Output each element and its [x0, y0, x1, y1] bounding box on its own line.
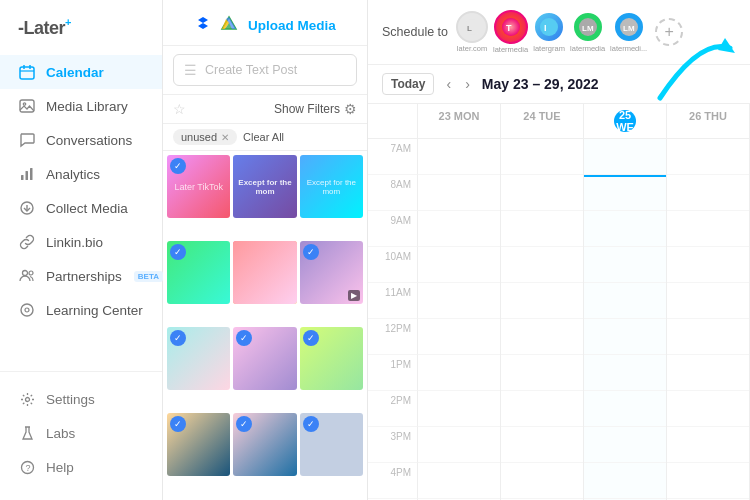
cell[interactable] — [667, 319, 749, 355]
upload-media-button[interactable]: Upload Media — [248, 18, 336, 33]
cell[interactable] — [501, 139, 583, 175]
cell[interactable] — [418, 427, 500, 463]
cell[interactable] — [501, 283, 583, 319]
add-account-button[interactable]: + — [655, 18, 683, 46]
svg-point-12 — [29, 271, 33, 275]
avatar-laterdotcom[interactable]: L later.com — [456, 11, 488, 53]
cell[interactable] — [667, 427, 749, 463]
photo-icon — [18, 97, 36, 115]
sidebar-item-help[interactable]: ? Help — [0, 450, 162, 484]
logo-text: -Later+ — [18, 16, 71, 39]
tag-remove-button[interactable]: ✕ — [221, 132, 229, 143]
unused-tag: unused ✕ — [173, 129, 237, 145]
avatar-latermedia2[interactable]: LM latermedia — [570, 11, 605, 53]
cell[interactable] — [418, 319, 500, 355]
sidebar-item-learning-center-label: Learning Center — [46, 303, 143, 318]
media-thumb[interactable]: ✓ — [233, 413, 296, 476]
cell[interactable] — [667, 463, 749, 499]
cell[interactable] — [584, 319, 666, 355]
text-post-input[interactable]: ☰ Create Text Post — [173, 54, 357, 86]
sidebar-item-analytics[interactable]: Analytics — [0, 157, 162, 191]
avatar-tiktok[interactable]: T latermedia — [493, 10, 528, 54]
cell[interactable] — [584, 139, 666, 175]
sidebar-item-collect-media[interactable]: Collect Media — [0, 191, 162, 225]
cell[interactable] — [418, 175, 500, 211]
cell[interactable] — [418, 391, 500, 427]
media-thumb[interactable]: ✓ — [233, 327, 296, 390]
avatar-latermedia3[interactable]: LM latermedi... — [610, 11, 647, 53]
cell[interactable] — [501, 319, 583, 355]
svg-text:?: ? — [25, 463, 30, 473]
cell[interactable] — [418, 283, 500, 319]
svg-rect-0 — [20, 67, 34, 79]
cell[interactable] — [584, 247, 666, 283]
clear-all-button[interactable]: Clear All — [243, 131, 284, 143]
media-panel: Upload Media ☰ Create Text Post ☆ Show F… — [163, 0, 368, 500]
cell[interactable] — [501, 211, 583, 247]
show-filters-button[interactable]: Show Filters ⚙ — [274, 101, 357, 117]
media-thumb[interactable]: ✓ — [167, 413, 230, 476]
cell[interactable] — [418, 247, 500, 283]
calendar-header: Schedule to L later.com T latermedia — [368, 0, 750, 65]
cell[interactable] — [584, 211, 666, 247]
cell[interactable] — [584, 175, 666, 211]
media-thumb[interactable] — [233, 241, 296, 304]
cell[interactable] — [667, 247, 749, 283]
cell[interactable] — [418, 355, 500, 391]
cell[interactable] — [584, 283, 666, 319]
media-thumb[interactable]: Except for the mom — [300, 155, 363, 218]
cell[interactable] — [667, 139, 749, 175]
cell[interactable] — [667, 391, 749, 427]
media-thumb[interactable]: ✓ — [300, 413, 363, 476]
media-thumb[interactable]: ✓ — [167, 241, 230, 304]
cell[interactable] — [667, 211, 749, 247]
avatar-label: latergram — [533, 44, 565, 53]
avatar-instagram[interactable]: I latergram — [533, 11, 565, 53]
cell[interactable] — [584, 391, 666, 427]
media-thumb[interactable]: ✓ — [167, 327, 230, 390]
sidebar-item-media-library-label: Media Library — [46, 99, 128, 114]
cell[interactable] — [667, 355, 749, 391]
sidebar-item-media-library[interactable]: Media Library — [0, 89, 162, 123]
cell[interactable] — [501, 247, 583, 283]
sidebar-item-linkin-bio-label: Linkin.bio — [46, 235, 103, 250]
cell[interactable] — [418, 463, 500, 499]
media-thumb[interactable]: ✓ — [300, 327, 363, 390]
cell[interactable] — [501, 463, 583, 499]
people-icon — [18, 267, 36, 285]
check-badge: ✓ — [236, 416, 252, 432]
star-icon[interactable]: ☆ — [173, 101, 186, 117]
media-thumb[interactable]: Except for the mom — [233, 155, 296, 218]
cell[interactable] — [501, 427, 583, 463]
sidebar-item-linkin-bio[interactable]: Linkin.bio — [0, 225, 162, 259]
cell[interactable] — [584, 463, 666, 499]
sidebar-item-labs[interactable]: Labs — [0, 416, 162, 450]
upload-icons — [194, 14, 238, 37]
cell[interactable] — [501, 175, 583, 211]
sidebar-item-settings[interactable]: Settings — [0, 382, 162, 416]
chat-icon — [18, 131, 36, 149]
cell[interactable] — [667, 175, 749, 211]
avatar-label: latermedia — [570, 44, 605, 53]
cell[interactable] — [418, 211, 500, 247]
sidebar-item-calendar[interactable]: Calendar — [0, 55, 162, 89]
cell[interactable] — [501, 355, 583, 391]
sidebar-item-learning-center[interactable]: Learning Center — [0, 293, 162, 327]
cell[interactable] — [667, 283, 749, 319]
sidebar-item-conversations[interactable]: Conversations — [0, 123, 162, 157]
today-button[interactable]: Today — [382, 73, 434, 95]
prev-week-button[interactable]: ‹ — [444, 74, 453, 94]
cell[interactable] — [584, 355, 666, 391]
avatar-circle: LM — [613, 11, 645, 43]
flask-icon — [18, 424, 36, 442]
media-thumb[interactable]: ✓ Later TikTok — [167, 155, 230, 218]
cell[interactable] — [501, 391, 583, 427]
media-thumb[interactable]: ✓ ▶ — [300, 241, 363, 304]
cell[interactable] — [584, 427, 666, 463]
tags-row: unused ✕ Clear All — [163, 124, 367, 151]
sidebar-item-partnerships[interactable]: Partnerships BETA — [0, 259, 162, 293]
collect-icon — [18, 199, 36, 217]
check-badge: ✓ — [303, 416, 319, 432]
next-week-button[interactable]: › — [463, 74, 472, 94]
cell[interactable] — [418, 139, 500, 175]
